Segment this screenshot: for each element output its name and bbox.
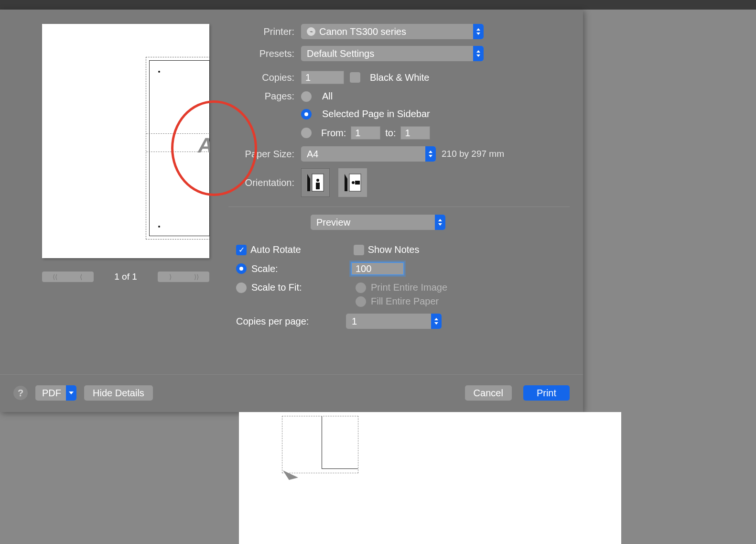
prev-page-button[interactable]: ⟨ [68, 272, 94, 282]
paper-size-dropdown[interactable]: A4 [301, 146, 436, 162]
scale-radio[interactable] [236, 263, 247, 274]
copies-per-page-value: 1 [352, 316, 357, 327]
svg-marker-4 [345, 174, 347, 191]
pdf-label: PDF [42, 388, 61, 399]
stepper-icon [425, 146, 436, 162]
pages-from-label: From: [321, 128, 346, 139]
stepper-icon [473, 24, 484, 39]
printer-dropdown[interactable]: ⌁ Canon TS300 series [301, 24, 484, 39]
scale-input[interactable] [351, 262, 404, 275]
show-notes-checkbox[interactable] [354, 245, 364, 255]
printer-value: Canon TS300 series [319, 26, 406, 37]
copies-per-page-dropdown[interactable]: 1 [346, 314, 442, 329]
pages-to-input[interactable] [400, 126, 430, 140]
orientation-landscape-button[interactable] [338, 168, 367, 197]
orientation-label: Orientation: [228, 177, 294, 188]
portrait-icon [305, 172, 325, 193]
first-page-button[interactable]: ⟨⟨ [42, 272, 68, 282]
bw-label: Black & White [370, 72, 429, 83]
stepper-icon [431, 314, 442, 329]
background-preview [282, 416, 358, 473]
printer-status-icon: ⌁ [307, 27, 315, 36]
stepper-icon [473, 46, 484, 61]
page-indicator: 1 of 1 [114, 272, 137, 282]
pages-selected-label: Selected Page in Sidebar [322, 109, 430, 120]
fill-paper-radio[interactable] [356, 296, 366, 307]
pages-from-input[interactable] [351, 126, 380, 140]
svg-marker-0 [307, 174, 310, 191]
scale-to-fit-label: Scale to Fit: [251, 282, 302, 293]
svg-point-6 [352, 181, 355, 184]
pdf-dropdown[interactable]: PDF [35, 385, 76, 401]
copies-input[interactable] [301, 71, 344, 84]
stepper-icon [435, 215, 445, 230]
print-button[interactable]: Print [523, 385, 570, 401]
pages-label: Pages: [228, 91, 294, 102]
printer-label: Printer: [228, 26, 294, 37]
dialog-footer: ? PDF Hide Details Cancel Print [0, 374, 583, 412]
auto-rotate-label: Auto Rotate [250, 244, 301, 255]
preview-page: A [42, 24, 209, 258]
svg-rect-3 [316, 183, 320, 189]
print-dialog: A ⟨⟨ ⟨ 1 of 1 ⟩ ⟩⟩ Printer: [0, 10, 583, 412]
scale-label: Scale: [251, 263, 278, 274]
show-notes-label: Show Notes [368, 244, 420, 255]
section-dropdown[interactable]: Preview [311, 215, 445, 230]
print-entire-radio[interactable] [356, 283, 366, 293]
preview-column: A ⟨⟨ ⟨ 1 of 1 ⟩ ⟩⟩ [13, 24, 209, 354]
settings-column: Printer: ⌁ Canon TS300 series Presets: D… [228, 24, 570, 354]
next-page-button[interactable]: ⟩ [158, 272, 184, 282]
pages-selected-radio[interactable] [301, 109, 312, 120]
pages-all-radio[interactable] [301, 91, 312, 102]
pages-all-label: All [322, 91, 333, 102]
paper-size-label: Paper Size: [228, 149, 294, 160]
pages-from-radio[interactable] [301, 128, 312, 138]
background-menubar [0, 0, 756, 10]
hide-details-button[interactable]: Hide Details [84, 385, 153, 401]
svg-point-2 [316, 179, 319, 182]
copies-label: Copies: [228, 72, 294, 83]
last-page-button[interactable]: ⟩⟩ [184, 272, 209, 282]
preview-crop-region: A [146, 57, 210, 239]
orientation-portrait-button[interactable] [301, 168, 330, 197]
cancel-button[interactable]: Cancel [465, 385, 512, 401]
section-value: Preview [316, 217, 350, 228]
presets-value: Default Settings [307, 48, 374, 59]
paper-dimensions: 210 by 297 mm [442, 149, 504, 159]
presets-dropdown[interactable]: Default Settings [301, 46, 484, 61]
scale-to-fit-radio[interactable] [236, 283, 247, 293]
help-button[interactable]: ? [13, 386, 28, 400]
landscape-icon [343, 172, 363, 193]
fill-paper-label: Fill Entire Paper [371, 296, 439, 307]
paper-size-value: A4 [307, 149, 318, 160]
presets-label: Presets: [228, 48, 294, 59]
print-entire-label: Print Entire Image [371, 282, 447, 293]
bw-checkbox[interactable] [350, 72, 360, 83]
pages-to-label: to: [385, 128, 396, 139]
auto-rotate-checkbox[interactable]: ✓ [236, 245, 247, 255]
copies-per-page-label: Copies per page: [236, 316, 322, 327]
svg-rect-7 [355, 181, 360, 185]
chevron-down-icon [66, 385, 76, 401]
